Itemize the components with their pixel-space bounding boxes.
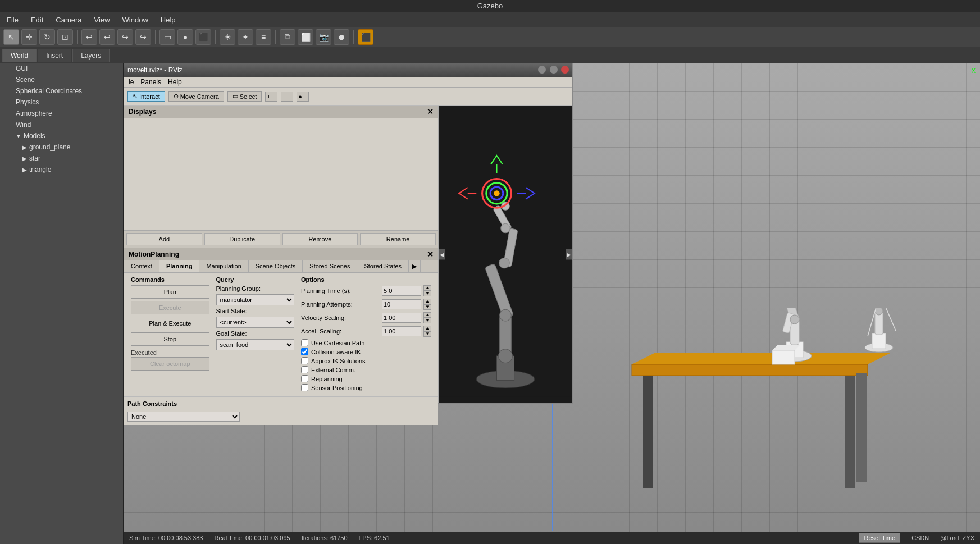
- rviz-move-camera-btn[interactable]: ⊙ Move Camera: [168, 91, 224, 102]
- velocity-scaling-down[interactable]: ▼: [423, 318, 431, 323]
- menu-view[interactable]: View: [92, 15, 112, 25]
- clear-octomap-btn[interactable]: Clear octomap: [131, 357, 209, 371]
- sidebar-item-ground-plane[interactable]: ▶ ground_plane: [0, 141, 123, 153]
- rviz-plus-btn[interactable]: +: [265, 92, 277, 102]
- add-display-btn[interactable]: Add: [126, 233, 202, 245]
- mp-tab-scene-objects[interactable]: Scene Objects: [249, 260, 303, 272]
- mp-tab-more[interactable]: ▶: [409, 260, 421, 272]
- displays-close-btn[interactable]: ✕: [427, 107, 434, 116]
- translate-tool-btn[interactable]: ✛: [21, 29, 37, 45]
- mp-tab-stored-scenes[interactable]: Stored Scenes: [303, 260, 357, 272]
- rviz-menu-help[interactable]: Help: [168, 78, 182, 86]
- planning-time-up[interactable]: ▲: [423, 285, 431, 291]
- mp-tab-context[interactable]: Context: [124, 260, 159, 272]
- use-cartesian-checkbox[interactable]: [301, 339, 308, 346]
- approx-ik-checkbox[interactable]: [301, 357, 308, 364]
- velocity-scaling-up[interactable]: ▲: [423, 312, 431, 318]
- mp-tab-stored-states[interactable]: Stored States: [357, 260, 409, 272]
- sidebar-item-physics[interactable]: Physics: [0, 97, 123, 108]
- sidebar-item-models[interactable]: ▼ Models: [0, 130, 123, 141]
- tab-insert[interactable]: Insert: [38, 49, 71, 62]
- scale-tool-btn[interactable]: ⊡: [57, 29, 73, 45]
- sidebar-item-star[interactable]: ▶ star: [0, 153, 123, 164]
- rename-display-btn[interactable]: Rename: [360, 233, 436, 245]
- models-label: Models: [24, 132, 45, 140]
- rviz-viewport[interactable]: ◀ ▶: [439, 106, 572, 403]
- cylinder-btn[interactable]: ⬛: [195, 29, 211, 45]
- planning-time-label: Planning Time (s):: [301, 287, 380, 294]
- menu-file[interactable]: File: [4, 15, 21, 25]
- path-constraints-select[interactable]: None: [127, 412, 240, 422]
- rviz-minimize-btn[interactable]: [538, 66, 546, 74]
- planning-attempts-input[interactable]: [382, 299, 421, 309]
- accel-scaling-down[interactable]: ▼: [423, 331, 431, 337]
- sidebar-item-triangle[interactable]: ▶ triangle: [0, 164, 123, 175]
- sidebar-item-spherical[interactable]: Spherical Coordinates: [0, 85, 123, 97]
- execute-btn[interactable]: Execute: [131, 301, 209, 314]
- planning-time-input[interactable]: [382, 286, 421, 296]
- box-btn[interactable]: ▭: [159, 29, 175, 45]
- sidebar-item-atmosphere[interactable]: Atmosphere: [0, 108, 123, 119]
- accel-scaling-up[interactable]: ▲: [423, 326, 431, 331]
- rviz-minus-btn[interactable]: −: [281, 92, 293, 102]
- rviz-menu-panels[interactable]: Panels: [140, 78, 161, 86]
- undo-btn[interactable]: ↩: [81, 29, 97, 45]
- spotlight-btn[interactable]: ✦: [238, 29, 253, 45]
- screenshot-btn[interactable]: 📷: [316, 29, 331, 45]
- sidebar-item-wind[interactable]: Wind: [0, 119, 123, 130]
- mp-close-btn[interactable]: ✕: [427, 250, 434, 259]
- sphere-btn[interactable]: ●: [177, 29, 193, 45]
- planning-time-down[interactable]: ▼: [423, 291, 431, 296]
- lines-btn[interactable]: ≡: [256, 29, 271, 45]
- rviz-interact-btn[interactable]: ↖ Interact: [127, 91, 165, 102]
- accel-scaling-input[interactable]: [382, 326, 421, 336]
- sep3: [215, 30, 216, 44]
- menu-window[interactable]: Window: [120, 15, 151, 25]
- start-state-select[interactable]: <current>: [216, 317, 295, 328]
- collision-aware-checkbox[interactable]: [301, 348, 308, 355]
- velocity-scaling-input[interactable]: [382, 313, 421, 323]
- paste-btn[interactable]: ⬜: [298, 29, 313, 45]
- external-comm-checkbox[interactable]: [301, 366, 308, 373]
- copy-btn[interactable]: ⧉: [280, 29, 295, 45]
- mp-tab-planning[interactable]: Planning: [159, 260, 199, 272]
- undo-arrow-btn[interactable]: ↩: [99, 29, 115, 45]
- menu-help[interactable]: Help: [158, 15, 178, 25]
- duplicate-display-btn[interactable]: Duplicate: [204, 233, 280, 245]
- rviz-menu-le[interactable]: le: [129, 78, 134, 86]
- planning-group-select[interactable]: manipulator: [216, 294, 295, 305]
- sensor-positioning-checkbox[interactable]: [301, 384, 308, 391]
- collapse-right-btn[interactable]: ▶: [566, 249, 572, 260]
- sidebar-item-scene[interactable]: Scene: [0, 74, 123, 85]
- rviz-select-btn[interactable]: ▭ Select: [227, 91, 262, 102]
- collapse-left-btn[interactable]: ◀: [439, 249, 445, 260]
- tab-world[interactable]: World: [2, 49, 37, 62]
- planning-attempts-label: Planning Attempts:: [301, 301, 380, 308]
- redo-btn[interactable]: ↪: [117, 29, 133, 45]
- rotate-tool-btn[interactable]: ↻: [39, 29, 55, 45]
- plan-btn[interactable]: Plan: [131, 285, 209, 299]
- rviz-dot-btn[interactable]: ●: [297, 92, 309, 102]
- remove-display-btn[interactable]: Remove: [282, 233, 358, 245]
- svg-rect-3: [845, 376, 855, 488]
- rviz-maximize-btn[interactable]: [550, 66, 558, 74]
- stop-btn[interactable]: Stop: [131, 332, 209, 346]
- plan-execute-btn[interactable]: Plan & Execute: [131, 317, 209, 330]
- sidebar-item-gui[interactable]: GUI: [0, 63, 123, 74]
- mp-tab-manipulation[interactable]: Manipulation: [199, 260, 248, 272]
- record-btn[interactable]: ⏺: [334, 29, 349, 45]
- goal-state-select[interactable]: scan_food: [216, 339, 295, 350]
- sun-btn[interactable]: ☀: [220, 29, 235, 45]
- tab-layers[interactable]: Layers: [72, 49, 110, 62]
- planning-attempts-up[interactable]: ▲: [423, 299, 431, 304]
- replanning-checkbox[interactable]: [301, 375, 308, 382]
- menu-camera[interactable]: Camera: [53, 15, 84, 25]
- reset-time-btn[interactable]: Reset Time: [859, 533, 900, 543]
- select-tool-btn[interactable]: ↖: [3, 29, 19, 45]
- redo-arrow-btn[interactable]: ↪: [135, 29, 151, 45]
- rviz-close-btn[interactable]: [561, 66, 569, 74]
- menu-edit[interactable]: Edit: [29, 15, 45, 25]
- planning-attempts-down[interactable]: ▼: [423, 304, 431, 310]
- rviz-titlebar[interactable]: moveit.rviz* - RViz: [124, 63, 572, 77]
- orange-btn[interactable]: ⬛: [358, 29, 373, 45]
